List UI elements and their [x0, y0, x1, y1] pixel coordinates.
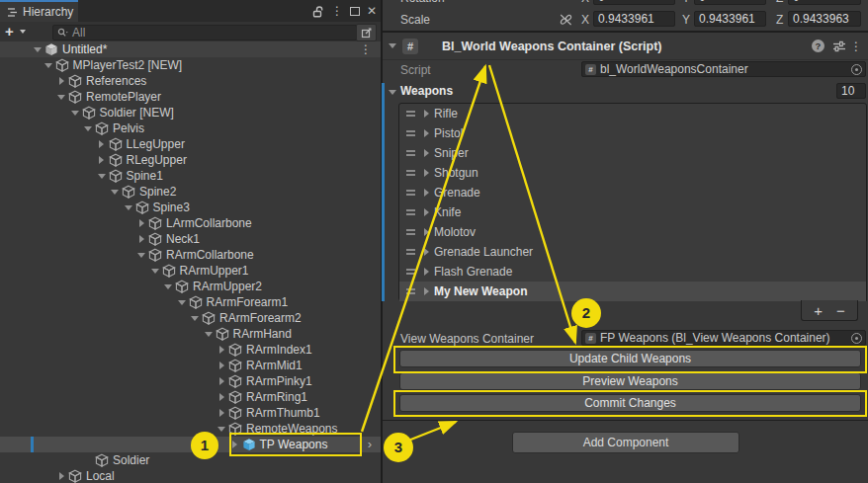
foldout-arrow[interactable] [97, 171, 107, 181]
add-component-button[interactable]: Add Component [512, 432, 739, 453]
hierarchy-item-spine3[interactable]: Spine3 [0, 200, 381, 215]
chevron-down-icon[interactable] [20, 30, 26, 34]
foldout-arrow[interactable] [190, 313, 200, 323]
rotation-x-field[interactable]: 0 [593, 0, 675, 5]
foldout-arrow[interactable] [136, 218, 146, 228]
foldout-arrow[interactable] [56, 76, 66, 86]
hierarchy-item-neck1[interactable]: Neck1 [0, 231, 381, 247]
scale-y-field[interactable]: 0.9433961 [694, 11, 766, 27]
foldout-arrow[interactable] [163, 282, 173, 291]
foldout-arrow[interactable] [230, 440, 240, 449]
foldout-arrow[interactable] [421, 267, 431, 277]
tab-hierarchy[interactable]: Hierarchy [0, 0, 78, 22]
object-picker-icon[interactable] [851, 333, 862, 344]
weapon-item-knife[interactable]: Knife [399, 202, 866, 222]
hierarchy-item-soldier-new[interactable]: Soldier [NEW] [0, 105, 381, 121]
weapon-item-molotov[interactable]: Molotov [399, 222, 866, 242]
close-icon[interactable]: ✕ [367, 4, 377, 18]
help-icon[interactable]: ? [812, 40, 825, 52]
foldout-arrow[interactable] [136, 250, 146, 260]
unlock-icon[interactable] [312, 5, 324, 18]
weapon-item-my-new-weapon[interactable]: My New Weapon [399, 282, 866, 301]
foldout-arrow[interactable] [83, 123, 93, 133]
weapon-item-grenade[interactable]: Grenade [399, 183, 866, 202]
hierarchy-item-larmcollarbone[interactable]: LArmCollarbone [0, 215, 381, 231]
foldout-arrow[interactable] [70, 108, 80, 118]
hierarchy-item-rarmforearm2[interactable]: RArmForearm2 [0, 310, 381, 326]
foldout-arrow[interactable] [56, 471, 66, 481]
foldout-arrow[interactable] [136, 234, 146, 244]
preview-weapons-button[interactable]: Preview Weapons [399, 372, 861, 390]
weapon-item-rifle[interactable]: Rifle [399, 104, 866, 123]
hierarchy-item-rarmcollarbone[interactable]: RArmCollarbone [0, 247, 381, 263]
foldout-arrow[interactable] [421, 247, 431, 257]
foldout-arrow[interactable] [421, 207, 431, 217]
weapons-array-header[interactable]: Weapons 10 [383, 83, 868, 100]
component-foldout-arrow[interactable] [388, 41, 397, 51]
rotation-y-field[interactable]: 0 [694, 0, 766, 5]
hierarchy-item-mplayertest2-new[interactable]: MPlayerTest2 [NEW] [0, 57, 381, 73]
foldout-arrow[interactable] [217, 392, 226, 402]
commit-changes-button[interactable]: Commit Changes [399, 394, 861, 412]
hierarchy-item-local[interactable]: Local [0, 468, 381, 483]
foldout-arrow[interactable] [97, 139, 107, 149]
component-menu-icon[interactable]: ⋮ [850, 40, 862, 52]
hierarchy-item-rarmhand[interactable]: RArmHand [0, 326, 381, 342]
drag-handle-icon[interactable] [406, 111, 415, 117]
drag-handle-icon[interactable] [406, 130, 415, 136]
search-input[interactable]: All [52, 25, 357, 40]
hierarchy-item-references[interactable]: References [0, 73, 381, 89]
foldout-arrow[interactable] [421, 109, 431, 119]
hierarchy-item-rarmring1[interactable]: RArmRing1 [0, 389, 381, 405]
script-object-field[interactable]: # bl_WorldWeaponsContainer [581, 61, 866, 77]
hierarchy-item-rarmupper1[interactable]: RArmUpper1 [0, 263, 381, 279]
weapon-item-sniper[interactable]: Sniper [399, 143, 866, 163]
hierarchy-item-remoteweapons[interactable]: RemoteWeapons [0, 421, 381, 437]
update-child-weapons-button[interactable]: Update Child Weapons [399, 350, 861, 367]
weapon-item-shotgun[interactable]: Shotgun [399, 163, 866, 183]
scene-row[interactable]: Untitled* ⋮ [0, 41, 381, 57]
drag-handle-icon[interactable] [406, 170, 415, 176]
chevron-right-icon[interactable]: › [368, 437, 372, 452]
hierarchy-item-rarmpinky1[interactable]: RArmPinky1 [0, 373, 381, 389]
drag-handle-icon[interactable] [406, 229, 415, 235]
foldout-arrow[interactable] [421, 227, 431, 237]
foldout-arrow[interactable] [421, 128, 431, 138]
drag-handle-icon[interactable] [406, 209, 415, 215]
component-header[interactable]: # Bl_World Weapons Container (Script) ? … [383, 33, 868, 60]
remove-element-button[interactable]: − [836, 302, 845, 319]
weapon-item-pistol[interactable]: Pistol [399, 123, 866, 143]
foldout-arrow[interactable] [217, 408, 226, 418]
hierarchy-item-spine2[interactable]: Spine2 [0, 184, 381, 200]
foldout-arrow[interactable] [43, 60, 53, 70]
weapon-item-flash-grenade[interactable]: Flash Grenade [399, 262, 866, 282]
hierarchy-item-rarmmid1[interactable]: RArmMid1 [0, 358, 381, 373]
hierarchy-item-rarmthumb1[interactable]: RArmThumb1 [0, 405, 381, 421]
foldout-arrow[interactable] [110, 187, 120, 197]
drag-handle-icon[interactable] [406, 288, 415, 294]
presets-icon[interactable] [832, 40, 846, 53]
foldout-arrow[interactable] [204, 329, 214, 339]
foldout-arrow[interactable] [421, 286, 431, 296]
hierarchy-item-llegupper[interactable]: LLegUpper [0, 136, 381, 152]
weapon-item-grenade-launcher[interactable]: Grenade Launcher [399, 242, 866, 262]
hierarchy-item-rlegupper[interactable]: RLegUpper [0, 152, 381, 168]
unlinked-scale-icon[interactable] [559, 13, 573, 27]
hierarchy-item-pelvis[interactable]: Pelvis [0, 121, 381, 136]
view-container-object-field[interactable]: # FP Weapons (Bl_View Weapons Container) [581, 330, 866, 346]
scene-menu-icon[interactable]: ⋮ [360, 43, 372, 55]
scale-x-field[interactable]: 0.9433961 [593, 11, 675, 27]
foldout-arrow[interactable] [217, 361, 226, 370]
foldout-arrow[interactable] [421, 188, 431, 198]
weapons-size-field[interactable]: 10 [836, 83, 866, 99]
hierarchy-item-rarmindex1[interactable]: RArmIndex1 [0, 342, 381, 358]
weapons-foldout-arrow[interactable] [388, 87, 397, 97]
add-element-button[interactable]: + [814, 302, 823, 319]
maximize-icon[interactable] [350, 7, 360, 16]
foldout-arrow[interactable] [33, 44, 43, 54]
foldout-arrow[interactable] [421, 168, 431, 178]
hierarchy-item-remoteplayer[interactable]: RemotePlayer [0, 89, 381, 105]
foldout-arrow[interactable] [56, 92, 66, 102]
drag-handle-icon[interactable] [406, 249, 415, 255]
rotation-z-field[interactable]: 0 [788, 0, 861, 5]
